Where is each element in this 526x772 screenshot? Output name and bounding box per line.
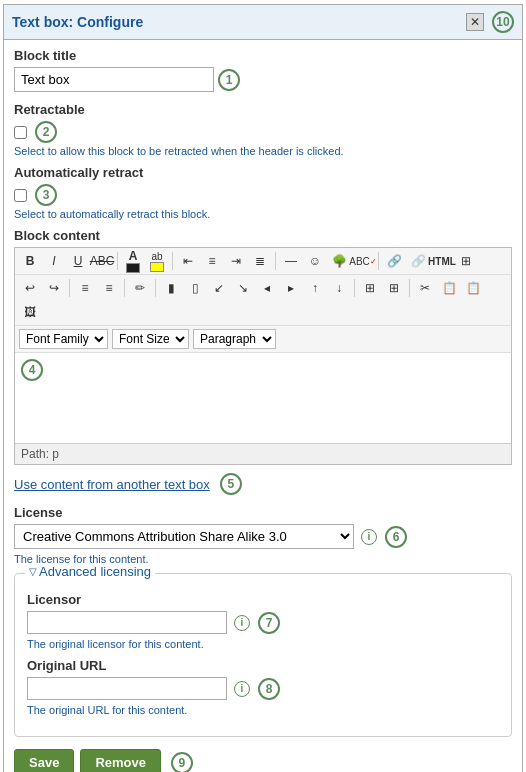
decrease-indent-button[interactable]: ◂ xyxy=(256,277,278,299)
license-info-icon[interactable]: i xyxy=(361,529,377,545)
toolbar-row-3: Font Family Font Size Paragraph xyxy=(15,326,511,353)
paste-button[interactable]: 📋 xyxy=(462,277,484,299)
original-url-field: Original URL i 8 The original URL for th… xyxy=(27,658,499,716)
original-url-label: Original URL xyxy=(27,658,499,673)
retractable-label: Retractable xyxy=(14,102,512,117)
toolbar-sep-5 xyxy=(69,279,70,297)
licensor-input[interactable] xyxy=(27,611,227,634)
block-title-section: Block title 1 xyxy=(14,48,512,92)
toolbar-row-1: B I U ABC A ab xyxy=(15,248,511,275)
step-7-number: 7 xyxy=(258,612,280,634)
remove-button[interactable]: Remove xyxy=(80,749,161,772)
font-color-icon: A xyxy=(126,249,140,273)
html-button[interactable]: HTML xyxy=(431,250,453,272)
auto-retract-section: Automatically retract 3 Select to automa… xyxy=(14,165,512,220)
advanced-legend: ▽ Advanced licensing xyxy=(25,564,155,579)
image-button[interactable]: 🌳 xyxy=(328,250,350,272)
step-9-number: 9 xyxy=(171,752,193,773)
block-content-section: Block content B I U ABC A xyxy=(14,228,512,465)
redo-button[interactable]: ↪ xyxy=(43,277,65,299)
copy-button[interactable]: 📋 xyxy=(438,277,460,299)
move-down-button[interactable]: ↓ xyxy=(328,277,350,299)
panel-body: Block title 1 Retractable 2 Select to al… xyxy=(4,40,522,772)
toolbar-row-2: ↩ ↪ ≡ ≡ ✏ ▮ ▯ ↙ ↘ ◂ ▸ ↑ ↓ xyxy=(15,275,511,326)
step-6-number: 6 xyxy=(385,526,407,548)
licensor-label: Licensor xyxy=(27,592,499,607)
insert-col-left-button[interactable]: ▮ xyxy=(160,277,182,299)
licensor-info-icon[interactable]: i xyxy=(234,615,250,631)
insert-col-right-button[interactable]: ▯ xyxy=(184,277,206,299)
link-button[interactable]: 🔗 xyxy=(383,250,405,272)
chevron-down-icon: ▽ xyxy=(29,566,37,577)
fullscreen-button[interactable]: ⊞ xyxy=(455,250,477,272)
move-up-button[interactable]: ↑ xyxy=(304,277,326,299)
save-button[interactable]: Save xyxy=(14,749,74,772)
path-bar: Path: p xyxy=(15,443,511,464)
unlink-button[interactable]: 🔗 xyxy=(407,250,429,272)
edit-button[interactable]: ✏ xyxy=(129,277,151,299)
original-url-input[interactable] xyxy=(27,677,227,700)
outdent-button[interactable]: ↙ xyxy=(208,277,230,299)
step-8-number: 8 xyxy=(258,678,280,700)
panel: Text box: Configure ✕ 10 Block title 1 R… xyxy=(3,4,523,772)
font-color-button[interactable]: A xyxy=(122,250,144,272)
editor-area[interactable]: 4 xyxy=(15,353,511,443)
step-4-number: 4 xyxy=(21,359,43,381)
bold-button[interactable]: B xyxy=(19,250,41,272)
paste-image-button[interactable]: 🖼 xyxy=(19,301,41,323)
spellcheck-button[interactable]: ABC✓ xyxy=(352,250,374,272)
emoji-button[interactable]: ☺ xyxy=(304,250,326,272)
close-button[interactable]: ✕ xyxy=(466,13,484,31)
block-title-input[interactable] xyxy=(14,67,214,92)
license-section: License Creative Commons Attribution Sha… xyxy=(14,505,512,565)
auto-retract-help: Select to automatically retract this blo… xyxy=(14,208,512,220)
highlight-color-button[interactable]: ab xyxy=(146,250,168,272)
use-content-link[interactable]: Use content from another text box xyxy=(14,477,210,492)
footer-buttons: Save Remove 9 xyxy=(14,749,512,772)
font-family-select[interactable]: Font Family xyxy=(19,329,108,349)
align-right-button[interactable]: ⇥ xyxy=(225,250,247,272)
paragraph-select[interactable]: Paragraph xyxy=(193,329,276,349)
license-select[interactable]: Creative Commons Attribution Share Alike… xyxy=(14,524,354,549)
licensor-field: Licensor i 7 The original licensor for t… xyxy=(27,592,499,650)
font-size-select[interactable]: Font Size xyxy=(112,329,189,349)
original-url-info-icon[interactable]: i xyxy=(234,681,250,697)
retractable-checkbox[interactable] xyxy=(14,126,27,139)
unordered-list-button[interactable]: ≡ xyxy=(74,277,96,299)
strikethrough-button[interactable]: ABC xyxy=(91,250,113,272)
underline-button[interactable]: U xyxy=(67,250,89,272)
retractable-section: Retractable 2 Select to allow this block… xyxy=(14,102,512,157)
advanced-toggle[interactable]: ▽ Advanced licensing xyxy=(29,564,151,579)
increase-indent-button[interactable]: ▸ xyxy=(280,277,302,299)
align-center-button[interactable]: ≡ xyxy=(201,250,223,272)
retractable-help: Select to allow this block to be retract… xyxy=(14,145,512,157)
license-label: License xyxy=(14,505,512,520)
toolbar-sep-1 xyxy=(117,252,118,270)
cut-button[interactable]: ✂ xyxy=(414,277,436,299)
panel-number: 10 xyxy=(492,11,514,33)
toolbar-sep-3 xyxy=(275,252,276,270)
close-icon: ✕ xyxy=(470,15,480,29)
align-left-button[interactable]: ⇤ xyxy=(177,250,199,272)
indent-button[interactable]: ↘ xyxy=(232,277,254,299)
original-url-help: The original URL for this content. xyxy=(27,704,499,716)
table-props-button[interactable]: ⊞ xyxy=(383,277,405,299)
hr-button[interactable]: — xyxy=(280,250,302,272)
table-button[interactable]: ⊞ xyxy=(359,277,381,299)
highlight-icon: ab xyxy=(150,251,164,272)
block-title-label: Block title xyxy=(14,48,512,63)
step-1-number: 1 xyxy=(218,69,240,91)
toolbar-sep-2 xyxy=(172,252,173,270)
advanced-label: Advanced licensing xyxy=(39,564,151,579)
undo-button[interactable]: ↩ xyxy=(19,277,41,299)
auto-retract-checkbox[interactable] xyxy=(14,189,27,202)
ordered-list-button[interactable]: ≡ xyxy=(98,277,120,299)
toolbar-sep-4 xyxy=(378,252,379,270)
align-justify-button[interactable]: ≣ xyxy=(249,250,271,272)
italic-button[interactable]: I xyxy=(43,250,65,272)
step-2-number: 2 xyxy=(35,121,57,143)
toolbar-sep-8 xyxy=(354,279,355,297)
block-content-label: Block content xyxy=(14,228,512,243)
panel-header: Text box: Configure ✕ 10 xyxy=(4,5,522,40)
panel-title: Text box: Configure xyxy=(12,14,143,30)
